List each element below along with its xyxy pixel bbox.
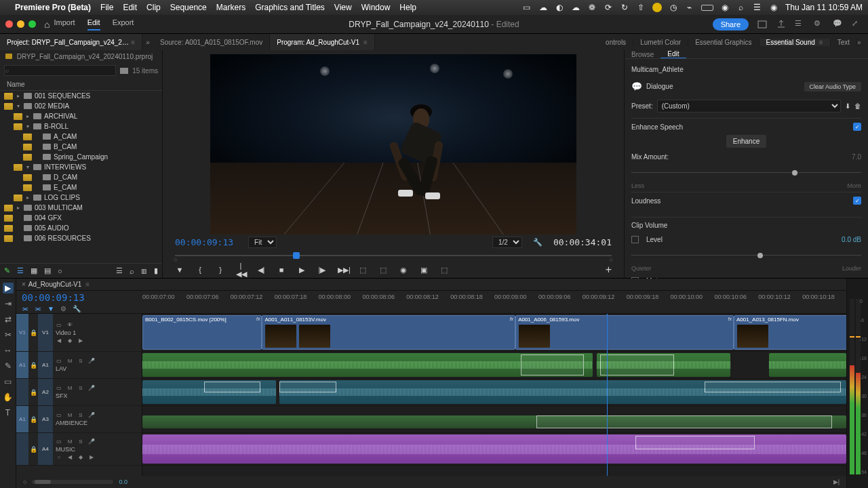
cc-status-icon[interactable]: ◐ [555,3,564,12]
bin-row[interactable]: ▾INTERVIEWS [0,162,162,172]
es-edit-tab[interactable]: Edit [660,50,686,58]
type-tool[interactable]: T [3,407,14,418]
project-panel-tab[interactable]: Project: DRYP_Fall_Campaign_v24_20240110… [0,34,142,50]
effect-controls-tab[interactable]: ontrols [599,39,633,46]
a2-source-patch[interactable] [16,379,28,405]
share-button[interactable]: Share [713,18,749,30]
stop-icon[interactable]: ■ [277,266,286,274]
bin-row[interactable]: ▸LOG CLIPS [0,192,162,203]
a4-lock-icon[interactable]: 🔒 [28,446,38,453]
track-header-a1[interactable]: A1 🔒 A1 ▭MS🎤LAV [16,352,142,379]
add-marker-icon[interactable]: ▼ [47,305,54,312]
new-bin-icon[interactable] [120,68,128,74]
menu-markers[interactable]: Markers [216,3,245,12]
timeline-tc-value[interactable]: 00:00:09:13 [22,292,137,303]
essential-sound-tab[interactable]: Essential Sound≡ [760,39,831,46]
step-back-icon[interactable]: ◀| [256,266,266,274]
a3-lock-icon[interactable]: 🔒 [28,416,38,423]
disclosure-caret-icon[interactable]: ▾ [16,103,21,109]
comments-icon[interactable]: 💬 [833,19,844,30]
export-icon[interactable] [776,19,787,30]
hand-tool[interactable]: ✋ [3,392,14,403]
slip-tool[interactable]: ↔ [3,345,14,356]
lane-a4[interactable] [142,433,846,466]
icon-view-icon[interactable]: ▦ [31,266,37,275]
program-tc-current[interactable]: 00:00:09:13 [175,237,233,247]
workspace-layout-icon[interactable]: ☰ [795,19,806,30]
audio-clip[interactable] [142,434,846,464]
column-name-header[interactable]: Name [0,79,162,91]
workspace-export[interactable]: Export [113,18,134,30]
audio-clip[interactable] [597,353,730,377]
disclosure-caret-icon[interactable]: ▾ [25,123,31,129]
enhance-speech-checkbox[interactable]: ✓ [853,123,861,131]
a3-source-patch[interactable]: A1 [16,406,28,432]
disclosure-caret-icon[interactable]: ▾ [25,164,31,170]
a1-fx-icon[interactable]: ▭ [56,358,62,364]
mark-in-icon[interactable]: { [195,266,205,274]
ripple-edit-tool[interactable]: ⇄ [3,314,14,325]
menu-clip[interactable]: Clip [146,3,161,12]
program-scrub-bar[interactable]: ○ ○ [175,251,612,260]
rectangle-tool[interactable]: ▭ [3,376,14,387]
go-to-out-icon[interactable]: ▶▶| [338,266,347,274]
button-editor-icon[interactable]: + [606,264,612,276]
automate-icon[interactable]: ☰ [116,266,123,275]
lane-a2[interactable] [142,379,846,406]
timeline-wrench-icon[interactable]: 🔧 [73,305,81,312]
level-value[interactable]: 0.0 dB [842,236,861,243]
find-icon[interactable]: ⌕ [130,267,134,275]
playhead[interactable] [607,314,608,476]
source-panel-tab[interactable]: Source: A001_A015_0815OF.mov [153,34,270,50]
zoom-scrollbar[interactable] [32,480,113,484]
bin-row[interactable]: 006 RESOURCES [0,233,162,243]
add-marker-icon[interactable]: ▼ [175,266,184,274]
fullscreen-icon[interactable]: ⤢ [852,19,863,30]
menu-sequence[interactable]: Sequence [170,3,207,12]
gpu-icon[interactable]: ⚙ [814,19,825,30]
preset-save-icon[interactable]: ⬇ [845,102,850,110]
siri-icon[interactable]: ◉ [769,3,778,12]
lift-icon[interactable]: ⬚ [358,266,368,274]
fx-badge-icon[interactable]: fx [510,317,513,321]
comparison-view-icon[interactable]: ▣ [419,266,429,274]
workspace-edit[interactable]: Edit [87,18,100,30]
zoom-value[interactable]: 0.0 [119,479,127,485]
v1-toggle-output-icon[interactable]: ▭ [56,322,62,328]
v1-keyframe-next-icon[interactable]: ▶ [77,338,84,344]
enhance-button[interactable]: Enhance [726,135,766,148]
battery-icon[interactable] [701,5,713,11]
bin-row[interactable]: ▸ARCHIVAL [0,111,162,121]
disclosure-caret-icon[interactable]: ▸ [16,205,21,211]
wifi-icon[interactable]: ◉ [720,3,730,12]
loudness-checkbox[interactable]: ✓ [853,197,861,205]
audio-meters[interactable]: 0-6-12-18-24-30-36-42-48-54 [846,279,868,488]
lane-a3[interactable] [142,406,846,433]
lumetri-color-tab[interactable]: Lumetri Color [633,39,688,46]
safe-margins-icon[interactable]: ⬚ [439,266,449,274]
track-header-v1[interactable]: V1 🔒 V1 ▭👁 Video 1 ◀◆▶ [16,314,142,352]
a1-voice-icon[interactable]: 🎤 [88,358,95,364]
monitor-zoom-select[interactable]: 1/2 [492,237,522,248]
panel-menu-icon[interactable]: ≡ [131,39,135,46]
lane-v1[interactable]: B001_B002_0815CS.mov [200%]fxA001_A011_0… [142,314,846,352]
mark-out-icon[interactable]: } [216,266,225,274]
level-slider[interactable] [631,251,861,260]
timeline-settings-icon[interactable]: ⚙ [60,305,66,312]
enhance-speech-label[interactable]: Enhance Speech [631,123,683,131]
play-icon[interactable]: ▶ [297,266,307,274]
lane-a1[interactable] [142,352,846,379]
selection-tool[interactable]: ▶ [3,283,14,293]
menu-edit[interactable]: Edit [123,3,137,12]
bin-row[interactable]: 004 GFX [0,213,162,223]
bin-row[interactable]: B_CAM [0,142,162,152]
video-clip[interactable]: B001_B002_0815CS.mov [200%]fx [142,315,262,350]
list-view-icon[interactable]: ☰ [17,266,24,275]
menu-view[interactable]: View [334,3,352,12]
audio-clip[interactable] [769,353,846,377]
disclosure-caret-icon[interactable]: ▸ [25,113,31,119]
text-tab[interactable]: Text [831,39,857,46]
menu-help[interactable]: Help [399,3,416,12]
disclosure-caret-icon[interactable]: ▸ [16,93,21,99]
v1-keyframe-prev-icon[interactable]: ◀ [56,338,62,344]
